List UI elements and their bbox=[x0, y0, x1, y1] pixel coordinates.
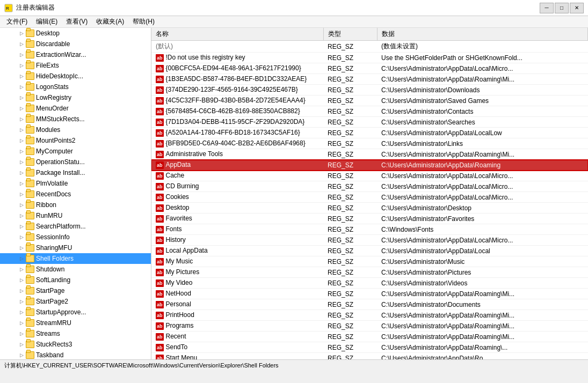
tree-item[interactable]: ▷StuckRects3 bbox=[0, 339, 151, 350]
tree-item[interactable]: ▷StartPage2 bbox=[0, 296, 151, 307]
tree-item[interactable]: ▷StartupApprove... bbox=[0, 307, 151, 318]
tree-item[interactable]: ▷SharingMFU bbox=[0, 242, 151, 253]
tree-expander-icon[interactable]: ▷ bbox=[17, 147, 26, 156]
tree-expander-icon[interactable]: ▷ bbox=[17, 233, 26, 241]
minimize-button[interactable]: ─ bbox=[540, 3, 554, 13]
table-row[interactable]: abPersonalREG_SZC:\Users\Administrator\D… bbox=[151, 299, 588, 310]
table-row[interactable]: ab{4C5C32FF-BB9D-43B0-B5B4-2D72E54EAAA4}… bbox=[151, 95, 588, 106]
tree-item[interactable]: ▷Modules bbox=[0, 124, 151, 135]
tree-item[interactable]: ▷RecentDocs bbox=[0, 189, 151, 200]
table-row[interactable]: abCookiesREG_SZC:\Users\Administrator\Ap… bbox=[151, 192, 588, 203]
tree-expander-icon[interactable]: ▷ bbox=[17, 40, 26, 48]
tree-expander-icon[interactable]: ▷ bbox=[17, 351, 26, 359]
tree-item[interactable]: ▷ExtractionWizar... bbox=[0, 49, 151, 60]
tree-expander-icon[interactable]: ▷ bbox=[17, 50, 26, 59]
tree-expander-icon[interactable]: ▷ bbox=[17, 104, 26, 113]
tree-expander-icon[interactable]: ▷ bbox=[17, 286, 26, 295]
table-row[interactable]: abFavoritesREG_SZC:\Users\Administrator\… bbox=[151, 213, 588, 224]
menu-help[interactable]: 帮助(H) bbox=[128, 16, 159, 27]
close-button[interactable]: ✕ bbox=[570, 3, 584, 13]
table-row[interactable]: abFontsREG_SZC:\Windows\Fonts bbox=[151, 224, 588, 235]
tree-expander-icon[interactable]: ▷ bbox=[17, 115, 26, 123]
tree-item[interactable]: ▷SoftLanding bbox=[0, 275, 151, 285]
tree-item[interactable]: ▷LowRegistry bbox=[0, 92, 151, 103]
tree-expander-icon[interactable]: ▷ bbox=[17, 211, 26, 220]
tree-expander-icon[interactable]: ▷ bbox=[17, 201, 26, 209]
table-row[interactable]: abCD BurningREG_SZC:\Users\Administrator… bbox=[151, 181, 588, 192]
tree-item[interactable]: ▷MMStuckRects... bbox=[0, 114, 151, 124]
tree-expander-icon[interactable]: ▷ bbox=[17, 29, 26, 38]
tree-item[interactable]: ▷FileExts bbox=[0, 60, 151, 71]
table-row[interactable]: abStart MenuREG_SZC:\Users\Administrator… bbox=[151, 353, 588, 360]
tree-item[interactable]: ▷Shutdown bbox=[0, 264, 151, 275]
table-row[interactable]: abAdministrative ToolsREG_SZC:\Users\Adm… bbox=[151, 149, 588, 160]
tree-expander-icon[interactable]: ▷ bbox=[17, 136, 26, 145]
table-row[interactable]: abRecentREG_SZC:\Users\Administrator\App… bbox=[151, 332, 588, 342]
tree-expander-icon[interactable]: ▷ bbox=[17, 340, 26, 349]
table-row[interactable]: ab{7D1D3A04-DEBB-4115-95CF-2F29DA2920DA}… bbox=[151, 117, 588, 128]
tree-item[interactable]: ▷StreamMRU bbox=[0, 318, 151, 328]
tree-item[interactable]: ▷MountPoints2 bbox=[0, 135, 151, 146]
menu-edit[interactable]: 编辑(E) bbox=[32, 16, 62, 27]
tree-expander-icon[interactable]: ▷ bbox=[17, 297, 26, 306]
tree-expander-icon[interactable]: ▷ bbox=[17, 61, 26, 70]
table-row[interactable]: ab!Do not use this registry keyREG_SZUse… bbox=[151, 53, 588, 63]
tree-item[interactable]: ▷Discardable bbox=[0, 39, 151, 49]
tree-expander-icon[interactable]: ▷ bbox=[17, 93, 26, 102]
tree-expander-icon[interactable]: ▷ bbox=[17, 265, 26, 274]
tree-expander-icon[interactable]: ▷ bbox=[17, 244, 26, 252]
tree-expander-icon[interactable]: ▷ bbox=[17, 168, 26, 177]
table-row[interactable]: abCacheREG_SZC:\Users\Administrator\AppD… bbox=[151, 171, 588, 181]
menu-favorites[interactable]: 收藏夹(A) bbox=[92, 16, 128, 27]
tree-item[interactable]: ▷PlmVolatile bbox=[0, 178, 151, 189]
table-row[interactable]: abHistoryREG_SZC:\Users\Administrator\Ap… bbox=[151, 235, 588, 246]
table-row[interactable]: abPrintHoodREG_SZC:\Users\Administrator\… bbox=[151, 310, 588, 321]
tree-expander-icon[interactable]: ▷ bbox=[17, 222, 26, 231]
table-row[interactable]: ab{00BCFC5A-ED94-4E48-96A1-3F6217F21990}… bbox=[151, 63, 588, 74]
table-row[interactable]: abAppDataREG_SZC:\Users\Administrator\Ap… bbox=[151, 160, 588, 171]
tree-expander-icon[interactable]: ▷ bbox=[17, 72, 26, 80]
table-row[interactable]: ab{A520A1A4-1780-4FF6-BD18-167343C5AF16}… bbox=[151, 128, 588, 138]
table-row[interactable]: abDesktopREG_SZC:\Users\Administrator\De… bbox=[151, 203, 588, 213]
table-row[interactable]: ab{BFB9D5E0-C6A9-404C-B2B2-AE6DB6AF4968}… bbox=[151, 138, 588, 149]
tree-item[interactable]: ▷Desktop bbox=[0, 28, 151, 39]
table-row[interactable]: abLocal AppDataREG_SZC:\Users\Administra… bbox=[151, 246, 588, 256]
tree-expander-icon[interactable]: ▷ bbox=[17, 329, 26, 338]
tree-expander-icon[interactable]: ▷ bbox=[17, 158, 26, 166]
menu-file[interactable]: 文件(F) bbox=[2, 16, 32, 27]
tree-expander-icon[interactable]: ▷ bbox=[17, 83, 26, 91]
table-row[interactable]: abMy MusicREG_SZC:\Users\Administrator\M… bbox=[151, 256, 588, 267]
table-row[interactable]: abNetHoodREG_SZC:\Users\Administrator\Ap… bbox=[151, 289, 588, 299]
maximize-button[interactable]: □ bbox=[555, 3, 569, 13]
tree-expander-icon[interactable]: ▷ bbox=[17, 126, 26, 134]
tree-item[interactable]: ▷Shell Folders bbox=[0, 253, 151, 264]
tree-expander-icon[interactable]: ▷ bbox=[17, 319, 26, 327]
table-row[interactable]: abSendToREG_SZC:\Users\Administrator\App… bbox=[151, 342, 588, 353]
tree-item[interactable]: ▷LogonStats bbox=[0, 82, 151, 92]
tree-item[interactable]: ▷Streams bbox=[0, 328, 151, 339]
tree-item[interactable]: ▷MenuOrder bbox=[0, 103, 151, 114]
tree-item[interactable]: ▷StartPage bbox=[0, 285, 151, 296]
table-row[interactable]: ab{1B3EA5DC-B587-4786-B4EF-BD1DC332AEAE}… bbox=[151, 74, 588, 85]
table-row[interactable]: ab{374DE290-123F-4565-9164-39C4925E467B}… bbox=[151, 85, 588, 95]
tree-expander-icon[interactable]: ▷ bbox=[17, 276, 26, 284]
tree-expander-icon[interactable]: ▷ bbox=[17, 254, 26, 263]
tree-item[interactable]: ▷RunMRU bbox=[0, 210, 151, 221]
tree-expander-icon[interactable]: ▷ bbox=[17, 308, 26, 316]
tree-item[interactable]: ▷MyComputer bbox=[0, 146, 151, 157]
tree-expander-icon[interactable]: ▷ bbox=[17, 179, 26, 188]
tree-item[interactable]: ▷OperationStatu... bbox=[0, 157, 151, 167]
tree-item[interactable]: ▷Ribbon bbox=[0, 200, 151, 210]
table-row[interactable]: abProgramsREG_SZC:\Users\Administrator\A… bbox=[151, 321, 588, 332]
table-row[interactable]: ab{56784854-C6CB-462B-8169-88E350ACB882}… bbox=[151, 106, 588, 117]
table-row[interactable]: abMy PicturesREG_SZC:\Users\Administrato… bbox=[151, 267, 588, 278]
tree-item[interactable]: ▷Package Install... bbox=[0, 167, 151, 178]
tree-item[interactable]: ▷SearchPlatform... bbox=[0, 221, 151, 232]
tree-expander-icon[interactable]: ▷ bbox=[17, 190, 26, 198]
tree-item[interactable]: ▷SessionInfo bbox=[0, 232, 151, 242]
table-row[interactable]: (默认)REG_SZ(数值未设置) bbox=[151, 41, 588, 53]
menu-view[interactable]: 查看(V) bbox=[62, 16, 92, 27]
table-row[interactable]: abMy VideoREG_SZC:\Users\Administrator\V… bbox=[151, 278, 588, 289]
tree-item[interactable]: ▷Taskband bbox=[0, 350, 151, 359]
tree-item[interactable]: ▷HideDesktopIc... bbox=[0, 71, 151, 82]
